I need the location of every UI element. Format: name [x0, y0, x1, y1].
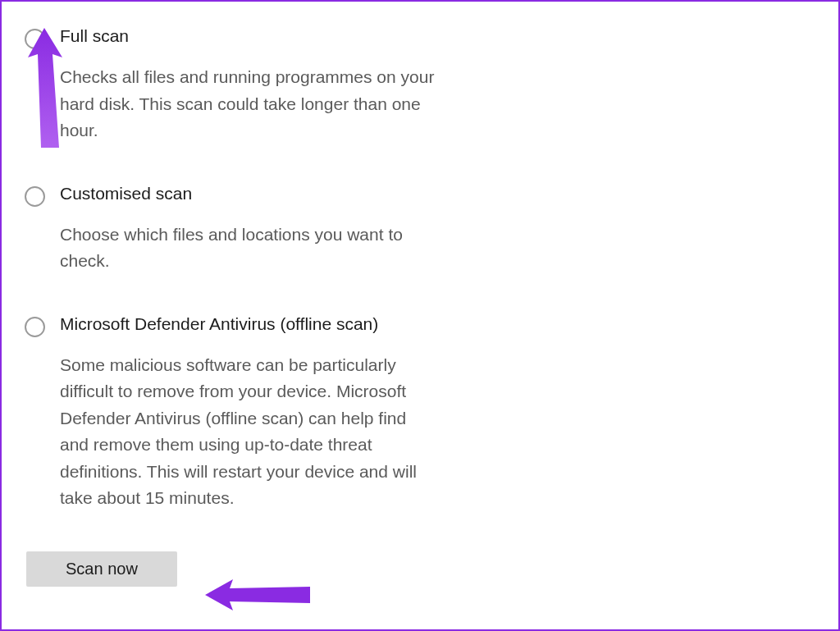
option-title: Customised scan: [60, 184, 437, 203]
radio-offline-scan[interactable]: [25, 317, 45, 337]
option-title: Full scan: [60, 26, 437, 46]
option-offline-scan: Microsoft Defender Antivirus (offline sc…: [25, 314, 815, 512]
option-full-scan: Full scan Checks all files and running p…: [25, 26, 815, 144]
radio-customised-scan[interactable]: [25, 186, 45, 207]
option-title: Microsoft Defender Antivirus (offline sc…: [60, 314, 437, 334]
option-description: Checks all files and running programmes …: [60, 64, 437, 144]
option-description: Choose which files and locations you wan…: [60, 222, 437, 275]
radio-full-scan[interactable]: [25, 29, 45, 49]
option-description: Some malicious software can be particula…: [60, 352, 437, 512]
option-customised-scan: Customised scan Choose which files and l…: [25, 184, 815, 275]
scan-now-button[interactable]: Scan now: [26, 551, 177, 587]
